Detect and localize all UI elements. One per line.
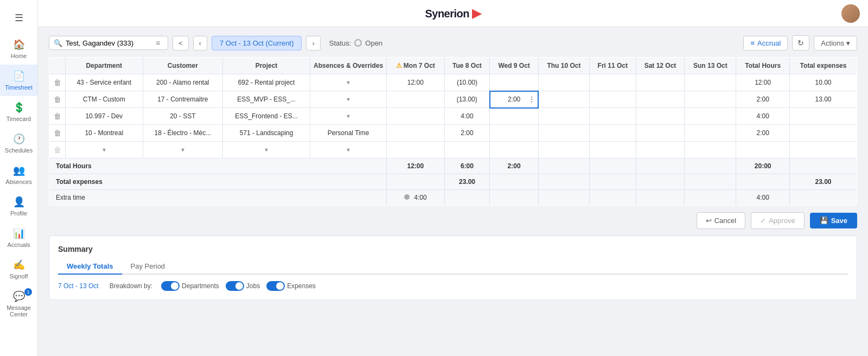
new-wed[interactable] bbox=[490, 142, 539, 158]
delete-row-2-button[interactable]: 🗑 bbox=[54, 95, 61, 104]
row4-absences[interactable]: Personal Time bbox=[310, 125, 387, 142]
row2-sun[interactable] bbox=[685, 91, 736, 108]
tab-weekly-totals[interactable]: Weekly Totals bbox=[58, 259, 122, 275]
row4-wed[interactable] bbox=[490, 125, 539, 142]
current-period-button[interactable]: 7 Oct - 13 Oct (Current) bbox=[212, 36, 302, 50]
sidebar-item-timecard[interactable]: 💲 Timecard bbox=[0, 96, 37, 128]
new-absences[interactable]: ▾ bbox=[310, 142, 387, 158]
departments-toggle-switch[interactable] bbox=[161, 281, 180, 291]
new-thu[interactable] bbox=[538, 142, 589, 158]
row1-mon[interactable]: 12:00 bbox=[387, 74, 445, 91]
undo-icon: ↩ bbox=[706, 217, 712, 225]
row2-mon[interactable] bbox=[387, 91, 445, 108]
row1-absences[interactable]: ▾ bbox=[310, 74, 387, 91]
delete-row-1-button[interactable]: 🗑 bbox=[54, 78, 61, 87]
row4-mon[interactable] bbox=[387, 125, 445, 142]
row4-thu[interactable] bbox=[538, 125, 589, 142]
new-customer[interactable]: ▾ bbox=[143, 142, 223, 158]
row3-fri[interactable] bbox=[589, 108, 636, 125]
row4-total-hours: 2:00 bbox=[736, 125, 790, 142]
period-prev-arrow[interactable]: ‹ bbox=[193, 36, 207, 50]
accrual-button[interactable]: ≡ Accrual bbox=[743, 36, 788, 50]
sidebar-item-timesheet[interactable]: 📄 Timesheet bbox=[0, 65, 37, 96]
tab-pay-period[interactable]: Pay Period bbox=[122, 259, 174, 275]
row3-sat[interactable] bbox=[636, 108, 685, 125]
row1-sun[interactable] bbox=[685, 74, 736, 91]
new-sat[interactable] bbox=[636, 142, 685, 158]
absences-dropdown-3[interactable]: ▾ bbox=[347, 112, 350, 120]
row3-mon[interactable] bbox=[387, 108, 445, 125]
new-fri[interactable] bbox=[589, 142, 636, 158]
extra-time-thu bbox=[538, 190, 589, 206]
total-hours-thu bbox=[538, 158, 589, 174]
employee-search-input[interactable] bbox=[66, 39, 152, 47]
row1-sat[interactable] bbox=[636, 74, 685, 91]
row3-absences[interactable]: ▾ bbox=[310, 108, 387, 125]
hamburger-menu[interactable]: ☰ bbox=[0, 5, 37, 30]
filter-icon[interactable]: ≡ bbox=[156, 39, 160, 47]
new-mon[interactable] bbox=[387, 142, 445, 158]
row2-fri[interactable] bbox=[589, 91, 636, 108]
row4-sun[interactable] bbox=[685, 125, 736, 142]
jobs-toggle[interactable]: Jobs bbox=[226, 281, 260, 291]
sidebar-item-home[interactable]: 🏠 Home bbox=[0, 33, 37, 65]
row3-sun[interactable] bbox=[685, 108, 736, 125]
page-content: 🔍 ≡ < ‹ 7 Oct - 13 Oct (Current) › Statu… bbox=[38, 27, 868, 356]
sidebar-item-schedules[interactable]: 🕐 Schedules bbox=[0, 128, 37, 159]
new-dept[interactable]: ▾ bbox=[66, 142, 143, 158]
row1-thu[interactable] bbox=[538, 74, 589, 91]
row4-sat[interactable] bbox=[636, 125, 685, 142]
row2-tue[interactable]: (13.00) bbox=[444, 91, 490, 108]
expenses-toggle[interactable]: Expenses bbox=[266, 281, 316, 291]
col-delete-header bbox=[49, 58, 66, 74]
sidebar-item-accruals[interactable]: 📊 Accruals bbox=[0, 222, 37, 253]
row1-dept: 43 - Service enfant bbox=[66, 74, 143, 91]
row1-project: 692 - Rental project bbox=[223, 74, 310, 91]
prev-period-button[interactable]: < bbox=[173, 36, 189, 50]
row1-wed[interactable] bbox=[490, 74, 539, 91]
absences-dropdown-1[interactable]: ▾ bbox=[347, 79, 350, 86]
actions-button[interactable]: Actions ▾ bbox=[814, 36, 857, 50]
cell-context-menu[interactable]: ⋮ bbox=[528, 95, 535, 104]
row1-tue[interactable]: (10.00) bbox=[444, 74, 490, 91]
sidebar-item-profile[interactable]: 👤 Profile bbox=[0, 190, 37, 222]
jobs-toggle-switch[interactable] bbox=[226, 281, 244, 291]
approve-button[interactable]: ✓ Approve bbox=[751, 212, 804, 229]
row4-tue[interactable]: 2:00 bbox=[444, 125, 490, 142]
row2-thu[interactable] bbox=[538, 91, 589, 108]
sidebar-item-signoff[interactable]: ✍ Signoff bbox=[0, 253, 37, 285]
save-button[interactable]: 💾 Save bbox=[810, 213, 857, 228]
customer-dropdown-new[interactable]: ▾ bbox=[181, 146, 184, 154]
delete-new-row-button[interactable]: 🗑 bbox=[54, 145, 61, 154]
period-next-arrow[interactable]: › bbox=[306, 36, 320, 50]
profile-icon: 👤 bbox=[13, 196, 25, 208]
absences-dropdown-2[interactable]: ▾ bbox=[347, 96, 350, 103]
absences-dropdown-new[interactable]: ▾ bbox=[347, 146, 350, 154]
dept-dropdown-new[interactable]: ▾ bbox=[103, 146, 106, 154]
project-dropdown-new[interactable]: ▾ bbox=[265, 146, 268, 154]
new-tue[interactable] bbox=[444, 142, 490, 158]
new-project[interactable]: ▾ bbox=[223, 142, 310, 158]
row2-wed[interactable]: 2:00 ⋮ bbox=[490, 91, 539, 108]
row2-sat[interactable] bbox=[636, 91, 685, 108]
row4-fri[interactable] bbox=[589, 125, 636, 142]
sidebar-item-message-center[interactable]: 💬 Message Center 1 bbox=[0, 285, 37, 323]
departments-toggle[interactable]: Departments bbox=[161, 281, 219, 291]
delete-row-3-button[interactable]: 🗑 bbox=[54, 112, 61, 120]
search-box[interactable]: 🔍 ≡ bbox=[49, 36, 168, 50]
sidebar-item-absences[interactable]: 👥 Absences bbox=[0, 159, 37, 190]
delete-row-4-button[interactable]: 🗑 bbox=[54, 129, 61, 137]
cancel-button[interactable]: ↩ Cancel bbox=[697, 212, 745, 229]
row2-absences[interactable]: ▾ bbox=[310, 91, 387, 108]
row3-total-hours: 4:00 bbox=[736, 108, 790, 125]
row3-thu[interactable] bbox=[538, 108, 589, 125]
refresh-button[interactable]: ↻ bbox=[792, 35, 809, 50]
total-hours-row: Total Hours 12:00 6:00 2:00 20:00 bbox=[49, 158, 857, 174]
app-logo: Synerion ▶ bbox=[425, 7, 481, 21]
user-avatar[interactable] bbox=[841, 4, 860, 23]
row1-fri[interactable] bbox=[589, 74, 636, 91]
expenses-toggle-switch[interactable] bbox=[266, 281, 285, 291]
new-sun[interactable] bbox=[685, 142, 736, 158]
row3-tue[interactable]: 4:00 bbox=[444, 108, 490, 125]
row3-wed[interactable] bbox=[490, 108, 539, 125]
